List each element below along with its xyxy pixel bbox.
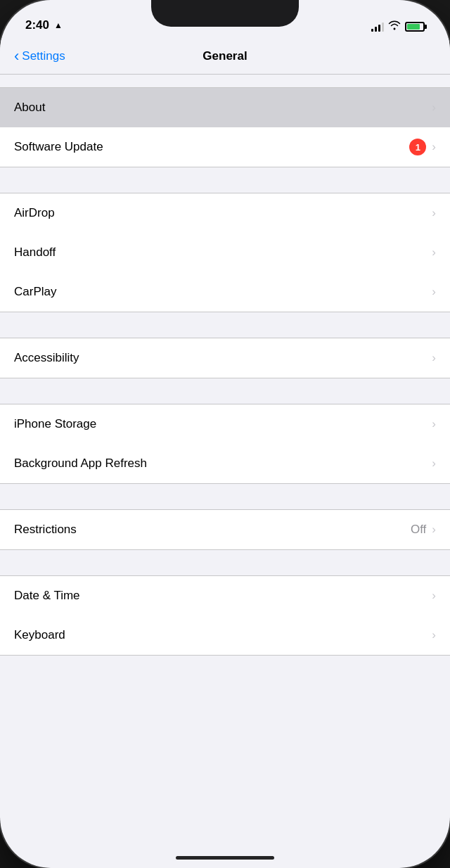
accessibility-label: Accessibility bbox=[14, 351, 432, 365]
list-item-software-update[interactable]: Software Update 1 › bbox=[0, 127, 450, 167]
status-icons bbox=[371, 20, 425, 32]
accessibility-chevron-icon: › bbox=[432, 351, 436, 365]
airdrop-chevron-icon: › bbox=[432, 206, 436, 220]
list-item-airdrop[interactable]: AirDrop › bbox=[0, 193, 450, 233]
date-time-label: Date & Time bbox=[14, 589, 432, 603]
list-item-restrictions[interactable]: Restrictions Off › bbox=[0, 510, 450, 549]
list-group-5: Restrictions Off › bbox=[0, 509, 450, 550]
battery-fill bbox=[407, 24, 420, 30]
list-item-keyboard[interactable]: Keyboard › bbox=[0, 615, 450, 655]
about-label: About bbox=[14, 101, 432, 115]
restrictions-label: Restrictions bbox=[14, 523, 411, 537]
list-group-3: Accessibility › bbox=[0, 338, 450, 378]
list-item-background-app-refresh[interactable]: Background App Refresh › bbox=[0, 444, 450, 483]
spacer-1 bbox=[0, 167, 450, 193]
list-group-1: About › Software Update 1 › bbox=[0, 87, 450, 167]
date-time-chevron-icon: › bbox=[432, 589, 436, 603]
list-item-iphone-storage[interactable]: iPhone Storage › bbox=[0, 404, 450, 444]
list-group-6: Date & Time › Keyboard › bbox=[0, 575, 450, 656]
list-group-2: AirDrop › Handoff › CarPlay › bbox=[0, 193, 450, 312]
spacer-2 bbox=[0, 312, 450, 338]
list-item-accessibility[interactable]: Accessibility › bbox=[0, 338, 450, 378]
handoff-chevron-icon: › bbox=[432, 245, 436, 260]
keyboard-label: Keyboard bbox=[14, 628, 432, 642]
airdrop-label: AirDrop bbox=[14, 206, 432, 220]
list-item-handoff[interactable]: Handoff › bbox=[0, 233, 450, 272]
list-item-carplay[interactable]: CarPlay › bbox=[0, 272, 450, 312]
keyboard-chevron-icon: › bbox=[432, 628, 436, 642]
signal-bar-4 bbox=[382, 23, 384, 32]
restrictions-chevron-icon: › bbox=[432, 523, 436, 537]
back-chevron-icon: ‹ bbox=[14, 49, 19, 64]
signal-bars-icon bbox=[371, 22, 384, 32]
signal-bar-2 bbox=[375, 27, 377, 32]
location-icon: ▲ bbox=[54, 20, 63, 30]
home-indicator bbox=[176, 856, 274, 860]
background-app-refresh-chevron-icon: › bbox=[432, 457, 436, 471]
time-display: 2:40 bbox=[25, 18, 49, 32]
restrictions-value: Off bbox=[411, 523, 426, 537]
status-time: 2:40 ▲ bbox=[25, 18, 63, 32]
about-chevron-icon: › bbox=[432, 101, 436, 115]
phone-screen: 2:40 ▲ bbox=[0, 0, 450, 868]
carplay-chevron-icon: › bbox=[432, 285, 436, 299]
notch bbox=[151, 0, 299, 27]
settings-content: About › Software Update 1 › AirDrop › Ha… bbox=[0, 75, 450, 868]
battery-icon bbox=[405, 22, 425, 32]
iphone-storage-label: iPhone Storage bbox=[14, 417, 432, 431]
wifi-icon bbox=[388, 20, 401, 32]
background-app-refresh-label: Background App Refresh bbox=[14, 457, 432, 471]
spacer-5 bbox=[0, 550, 450, 575]
software-update-chevron-icon: › bbox=[432, 140, 436, 154]
signal-bar-3 bbox=[378, 25, 380, 32]
spacer-3 bbox=[0, 378, 450, 404]
spacer-4 bbox=[0, 484, 450, 509]
back-label: Settings bbox=[22, 49, 65, 63]
phone-shell: 2:40 ▲ bbox=[0, 0, 450, 868]
software-update-label: Software Update bbox=[14, 140, 409, 154]
spacer-bottom bbox=[0, 656, 450, 681]
list-item-about[interactable]: About › bbox=[0, 88, 450, 127]
list-item-date-time[interactable]: Date & Time › bbox=[0, 576, 450, 615]
iphone-storage-chevron-icon: › bbox=[432, 417, 436, 431]
carplay-label: CarPlay bbox=[14, 285, 432, 299]
software-update-badge: 1 bbox=[409, 139, 426, 155]
page-title: General bbox=[202, 49, 247, 63]
back-button[interactable]: ‹ Settings bbox=[14, 49, 65, 64]
nav-bar: ‹ Settings General bbox=[0, 38, 450, 75]
handoff-label: Handoff bbox=[14, 245, 432, 260]
signal-bar-1 bbox=[371, 29, 373, 32]
list-group-4: iPhone Storage › Background App Refresh … bbox=[0, 404, 450, 484]
spacer-top bbox=[0, 75, 450, 87]
